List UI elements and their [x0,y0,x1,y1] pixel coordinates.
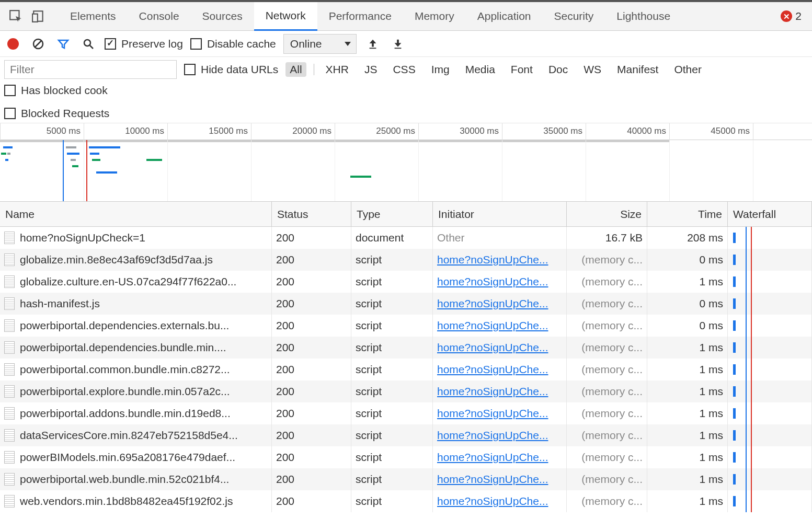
preserve-log-checkbox[interactable]: Preserve log [105,38,183,50]
table-row[interactable]: web.vendors.min.1bd8b8482ea45f192f02.js2… [0,490,812,512]
cell-time: 208 ms [647,227,728,249]
inspect-element-icon[interactable] [4,5,27,28]
type-filter-xhr[interactable]: XHR [322,62,353,77]
cell-initiator[interactable]: home?noSignUpChe... [433,424,567,446]
cell-name: powerbiportal.common.bundle.min.c8272... [0,359,272,380]
cell-initiator[interactable]: home?noSignUpChe... [433,446,567,468]
table-row[interactable]: home?noSignUpCheck=1200documentOther16.7… [0,227,812,249]
device-toolbar-icon[interactable] [27,5,50,28]
type-filter-css[interactable]: CSS [388,62,419,77]
table-row[interactable]: powerbiportal.web.bundle.min.52c021bf4..… [0,468,812,490]
cell-initiator[interactable]: home?noSignUpChe... [433,249,567,271]
tab-sources[interactable]: Sources [191,2,254,31]
table-row[interactable]: powerbiportal.addons.bundle.min.d19ed8..… [0,402,812,424]
cell-status: 200 [272,402,351,424]
type-filter-js[interactable]: JS [360,62,382,77]
cell-type: script [351,380,433,402]
cell-type: script [351,293,433,315]
cell-waterfall [728,380,812,402]
type-filter-media[interactable]: Media [461,62,499,77]
cell-status: 200 [272,490,351,512]
blocked-requests-checkbox[interactable]: Blocked Requests [4,107,109,120]
column-header-waterfall[interactable]: Waterfall [728,202,812,226]
cell-size: (memory c... [567,293,647,315]
hide-data-urls-label: Hide data URLs [201,63,278,76]
cell-initiator[interactable]: home?noSignUpChe... [433,468,567,490]
disable-cache-checkbox[interactable]: Disable cache [190,38,276,50]
cell-initiator[interactable]: home?noSignUpChe... [433,359,567,380]
clear-log-icon[interactable] [29,35,47,53]
type-filter-ws[interactable]: WS [579,62,605,77]
cell-time: 0 ms [647,315,728,337]
table-row[interactable]: hash-manifest.js200scripthome?noSignUpCh… [0,293,812,315]
throttling-select[interactable]: Online [283,34,357,54]
tab-application[interactable]: Application [466,2,543,31]
column-header-size[interactable]: Size [567,202,647,226]
table-row[interactable]: powerbiportal.common.bundle.min.c8272...… [0,359,812,380]
cell-name: powerbiportal.explore.bundle.min.057a2c.… [0,380,272,402]
filter-input[interactable] [4,60,177,79]
cell-waterfall [728,249,812,271]
type-filter-font[interactable]: Font [507,62,537,77]
record-button[interactable] [4,35,22,53]
cell-waterfall [728,337,812,359]
tab-elements[interactable]: Elements [59,2,128,31]
hide-data-urls-checkbox[interactable]: Hide data URLs [184,63,278,76]
cell-initiator[interactable]: home?noSignUpChe... [433,293,567,315]
separator [314,64,314,75]
column-header-status[interactable]: Status [272,202,351,226]
cell-size: (memory c... [567,424,647,446]
cell-time: 1 ms [647,468,728,490]
error-icon: ✕ [781,10,792,22]
svg-rect-7 [369,48,376,49]
column-header-type[interactable]: Type [351,202,433,226]
cell-name: web.vendors.min.1bd8b8482ea45f192f02.js [0,490,272,512]
tab-network[interactable]: Network [254,2,317,31]
download-har-icon[interactable] [389,35,407,53]
tab-security[interactable]: Security [542,2,605,31]
tab-lighthouse[interactable]: Lighthouse [605,2,682,31]
file-icon [4,385,15,398]
cell-type: document [351,227,433,249]
type-filter-doc[interactable]: Doc [544,62,572,77]
cell-initiator[interactable]: home?noSignUpChe... [433,402,567,424]
cell-type: script [351,468,433,490]
cell-initiator[interactable]: home?noSignUpChe... [433,315,567,337]
timeline-tick: 20000 ms [251,123,335,140]
tab-console[interactable]: Console [128,2,191,31]
table-row[interactable]: globalize.min.8e8ec43af69cf3d5d7aa.js200… [0,249,812,271]
table-row[interactable]: dataServicesCore.min.8247eb752158d5e4...… [0,424,812,446]
type-filter-all[interactable]: All [285,62,306,77]
cell-time: 1 ms [647,359,728,380]
cell-waterfall [728,271,812,293]
type-filter-other[interactable]: Other [670,62,706,77]
cell-time: 1 ms [647,337,728,359]
upload-har-icon[interactable] [364,35,382,53]
search-icon[interactable] [79,35,97,53]
cell-initiator[interactable]: home?noSignUpChe... [433,271,567,293]
tab-memory[interactable]: Memory [403,2,466,31]
table-row[interactable]: powerbiportal.explore.bundle.min.057a2c.… [0,380,812,402]
error-count-badge[interactable]: ✕ 2 [781,10,802,22]
table-row[interactable]: powerbiportal.dependencies.externals.bu.… [0,315,812,337]
type-filter-img[interactable]: Img [427,62,454,77]
cell-initiator[interactable]: home?noSignUpChe... [433,380,567,402]
cell-initiator[interactable]: home?noSignUpChe... [433,337,567,359]
type-filter-manifest[interactable]: Manifest [613,62,662,77]
table-row[interactable]: globalize.culture.en-US.07ca294f77f622a0… [0,271,812,293]
filter-icon[interactable] [54,35,72,53]
cell-waterfall [728,359,812,380]
cell-type: script [351,337,433,359]
cell-initiator[interactable]: home?noSignUpChe... [433,490,567,512]
column-header-time[interactable]: Time [647,202,728,226]
has-blocked-cookies-checkbox[interactable]: Has blocked cook [4,84,108,97]
column-header-name[interactable]: Name [0,202,272,226]
table-row[interactable]: powerbiportal.dependencies.bundle.min...… [0,337,812,359]
cell-name: powerbiportal.addons.bundle.min.d19ed8..… [0,402,272,424]
table-row[interactable]: powerBIModels.min.695a208176e479daef...2… [0,446,812,468]
column-header-initiator[interactable]: Initiator [433,202,567,226]
tab-performance[interactable]: Performance [317,2,403,31]
timeline-tick: 35000 ms [502,123,586,140]
timeline-tick: 5000 [753,123,812,140]
timeline-overview[interactable]: 5000 ms10000 ms15000 ms20000 ms25000 ms3… [0,123,812,202]
